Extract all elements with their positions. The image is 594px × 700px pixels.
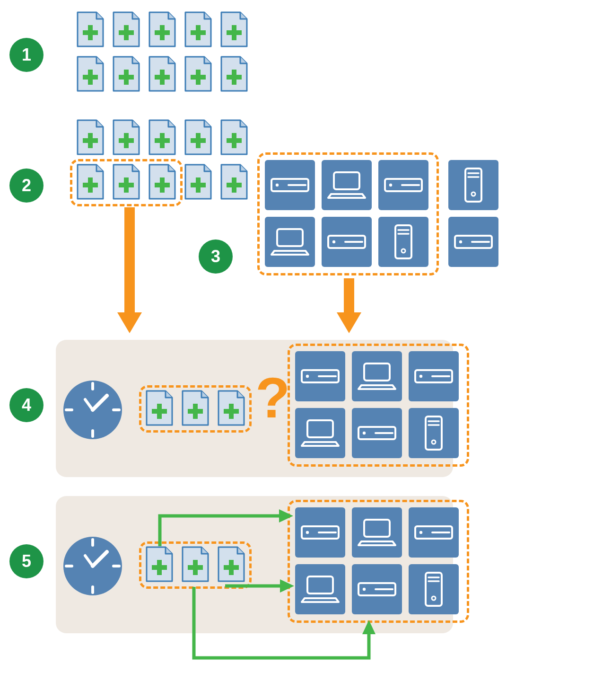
plus-file-icon — [112, 56, 141, 93]
plus-file-icon — [148, 56, 177, 93]
arrow-down-left — [115, 207, 144, 335]
plus-file-icon — [148, 11, 177, 48]
plus-file-icon — [183, 11, 213, 48]
question-mark: ? — [255, 369, 290, 426]
device-selection-box-step4 — [288, 344, 469, 467]
tower-server-icon — [448, 160, 498, 210]
green-arrow-1 — [158, 512, 295, 550]
step-badge-3: 3 — [199, 239, 233, 274]
plus-file-icon — [219, 164, 249, 201]
plus-file-icon — [219, 11, 249, 48]
patch-row-2a — [76, 119, 249, 156]
plus-file-icon — [112, 11, 141, 48]
clock-step4 — [61, 379, 124, 441]
step-number: 1 — [22, 45, 31, 65]
plus-file-icon — [183, 164, 213, 201]
svg-marker-23 — [337, 312, 361, 333]
svg-marker-21 — [117, 312, 142, 333]
plus-file-icon — [148, 119, 177, 156]
step-badge-1: 1 — [9, 38, 44, 72]
plus-file-icon — [219, 119, 249, 156]
plus-file-icon — [76, 11, 105, 48]
device-grid-step3-extra — [448, 160, 505, 267]
step-number: 2 — [22, 176, 31, 195]
step-badge-5: 5 — [9, 544, 44, 578]
arrow-down-right — [335, 278, 363, 335]
step-number: 4 — [22, 395, 31, 415]
rack-server-icon — [448, 217, 498, 267]
plus-file-icon — [76, 56, 105, 93]
plus-file-icon — [112, 119, 141, 156]
plus-file-icon — [76, 119, 105, 156]
device-selection-box-step3 — [257, 152, 439, 275]
patch-selection-box-step4 — [139, 385, 252, 433]
patch-selection-box — [70, 159, 183, 206]
plus-file-icon — [219, 56, 249, 93]
step-number: 3 — [211, 247, 220, 266]
plus-file-icon — [183, 119, 213, 156]
clock-step5 — [61, 535, 124, 597]
patch-row-1b — [76, 56, 249, 93]
step-badge-4: 4 — [9, 388, 44, 422]
green-arrow-3 — [192, 587, 372, 663]
step-number: 5 — [22, 551, 31, 571]
plus-file-icon — [183, 56, 213, 93]
patch-row-1a — [76, 11, 249, 48]
step-badge-2: 2 — [9, 168, 44, 203]
